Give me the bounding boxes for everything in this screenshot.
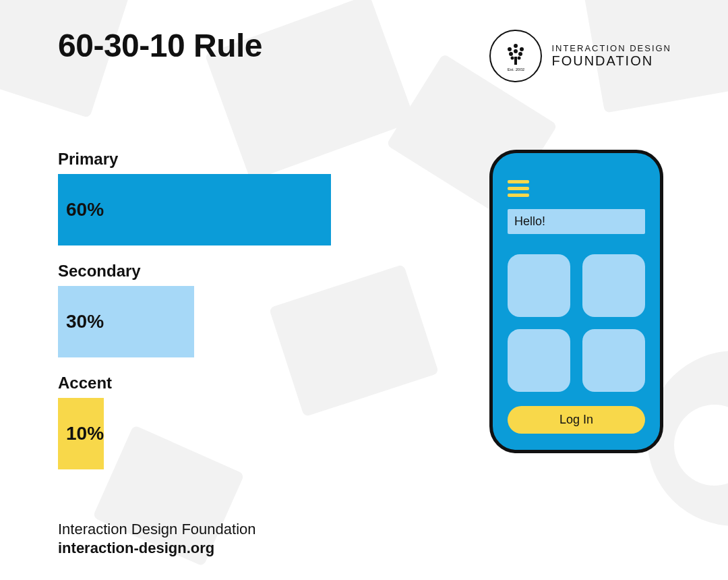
bar-accent-group: Accent 10%	[58, 374, 395, 469]
login-button[interactable]: Log In	[508, 406, 645, 434]
svg-point-1	[514, 49, 518, 53]
bar-secondary-group: Secondary 30%	[58, 262, 395, 357]
proportion-bars: Primary 60% Secondary 30% Accent 10%	[58, 150, 395, 486]
brand-est: Est. 2002	[508, 67, 524, 71]
svg-point-4	[508, 47, 512, 51]
bar-secondary: 30%	[58, 286, 194, 357]
svg-point-7	[511, 57, 514, 60]
footer-org: Interaction Design Foundation	[58, 521, 256, 538]
svg-point-6	[514, 44, 518, 48]
page-title: 60-30-10 Rule	[58, 27, 262, 64]
svg-rect-0	[514, 57, 517, 65]
bar-primary-label: Primary	[58, 150, 395, 169]
bar-accent-value: 10%	[66, 423, 104, 444]
tree-icon	[502, 40, 530, 69]
hamburger-icon[interactable]	[508, 180, 529, 197]
svg-point-5	[520, 47, 524, 51]
tile-item[interactable]	[508, 329, 570, 392]
svg-point-3	[518, 52, 522, 56]
bar-primary: 60%	[58, 174, 331, 245]
phone-mockup: Hello! Log In	[489, 150, 663, 453]
svg-point-2	[509, 52, 513, 56]
brand-text-line1: INTERACTION DESIGN	[551, 43, 671, 53]
footer-url: interaction-design.org	[58, 540, 256, 557]
brand-text-line2: FOUNDATION	[551, 53, 671, 69]
tile-item[interactable]	[582, 329, 645, 392]
bar-primary-group: Primary 60%	[58, 150, 395, 245]
bar-secondary-label: Secondary	[58, 262, 395, 281]
footer: Interaction Design Foundation interactio…	[58, 521, 256, 557]
brand-logo: Est. 2002 INTERACTION DESIGN FOUNDATION	[489, 30, 671, 82]
svg-point-8	[518, 57, 521, 60]
tile-item[interactable]	[508, 254, 570, 317]
bar-secondary-value: 30%	[66, 311, 104, 332]
tile-item[interactable]	[582, 254, 645, 317]
tile-grid	[508, 254, 645, 392]
greeting-banner: Hello!	[508, 209, 645, 234]
bar-accent-label: Accent	[58, 374, 395, 393]
brand-seal-icon: Est. 2002	[489, 30, 542, 82]
bar-primary-value: 60%	[66, 199, 104, 221]
bar-accent: 10%	[58, 398, 104, 469]
